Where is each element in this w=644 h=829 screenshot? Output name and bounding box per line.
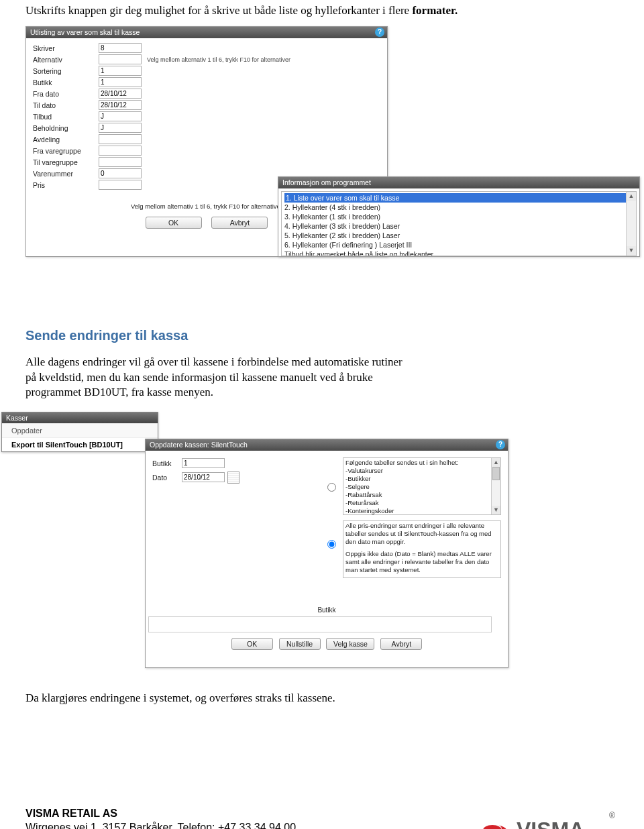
section-heading: Sende endringer til kassa [25,328,619,343]
list-footer: Tilbud blir avmerket både på liste og hy… [284,250,633,256]
dialog-title: Utlisting av varer som skal til kasse [30,28,140,36]
dialog-titlebar: Informasjon om programmet [278,177,639,188]
input-skriver[interactable] [99,43,142,53]
intro-text: Utskrifts knappen gir deg mulighet for å… [25,3,619,18]
info-line: -Rabattårsak [345,491,498,499]
info-list: 1. Liste over varer som skal til kasse 2… [281,191,637,256]
info-line: -Konteringskoder [345,507,498,515]
cancel-button[interactable]: Avbryt [211,217,268,229]
input-tilbud[interactable] [99,111,142,121]
input-sortering[interactable] [99,66,142,76]
scrollbar-vertical[interactable]: ▲▼ [491,458,500,514]
info-line: Følgende tabeller sendes ut i sin helhet… [345,459,498,467]
scroll-up-icon[interactable]: ▲ [627,192,636,201]
dialog-title: Informasjon om programmet [282,178,371,186]
input-beholdning[interactable] [99,123,142,133]
label-pris: Pris [33,181,99,189]
input-butikk[interactable] [182,458,225,468]
help-icon[interactable]: ? [375,27,384,37]
radio-changes[interactable] [327,540,336,549]
note-alternativ: Velg mellom alternativ 1 til 6, trykk F1… [147,56,290,63]
info-line: -Butikker [345,475,498,483]
label-tildato: Til dato [33,101,99,109]
scrollbar-vertical[interactable]: ▲ ▼ [626,192,636,256]
label-varenummer: Varenummer [33,170,99,178]
kasser-menu: Kasser Oppdater Export til SilentTouch [… [1,412,158,452]
dialog-titlebar: Oppdatere kassen: SilentTouch ? [146,439,508,451]
label-fravaregruppe: Fra varegruppe [33,147,99,155]
input-avdeling[interactable] [99,134,142,144]
scroll-down-icon[interactable]: ▼ [492,506,500,514]
avbryt-button[interactable]: Avbryt [380,638,422,650]
velg-kasse-button[interactable]: Velg kasse [326,638,374,650]
svg-text:®: ® [609,811,615,820]
input-butikk[interactable] [99,77,142,87]
status-input [148,616,492,632]
ok-button[interactable]: OK [231,638,273,650]
label-sortering: Sortering [33,67,99,75]
input-varenummer[interactable] [99,168,142,178]
label-alternativ: Alternativ [33,56,99,64]
center-label: Butikk [146,606,508,614]
list-item[interactable]: 6. Hyllekanter (Fri definering ) Laserje… [284,240,633,250]
input-fradato[interactable] [99,89,142,99]
dialog-titlebar: Utlisting av varer som skal til kasse ? [26,27,387,38]
info-line: Oppgis ikke dato (Dato = Blank) medtas A… [345,550,498,574]
label-butikk: Butikk [33,78,99,87]
menu-item-oppdater[interactable]: Oppdater [2,423,158,437]
input-dato[interactable] [182,472,225,482]
input-tilvaregruppe[interactable] [99,157,142,167]
update-kasse-dialog: Oppdatere kassen: SilentTouch ? Butikk D… [145,439,508,668]
info-line: Alle pris-endringer samt endringer i all… [345,522,498,546]
help-icon[interactable]: ? [496,440,505,449]
label-dato: Dato [152,474,182,482]
info-dialog: Informasjon om programmet 1. Liste over … [278,176,640,257]
scrollbar-thumb[interactable] [492,467,500,480]
input-alternativ[interactable] [99,54,142,64]
page-footer: VISMA RETAIL AS Wirgenes vei 1, 3157 Bar… [25,807,619,829]
list-item[interactable]: 4. Hyllekanter (3 stk i bredden) Laser [284,221,633,231]
label-avdeling: Avdeling [33,135,99,144]
input-pris[interactable] [99,180,142,190]
label-butikk: Butikk [152,459,182,467]
followup-text: Da klargjøres endringene i systemet, og … [25,691,415,706]
info-line: -Returårsak [345,499,498,507]
svg-text:VISMA: VISMA [517,818,584,829]
radio-full[interactable] [327,483,336,492]
info-line: -Valutakurser [345,467,498,475]
list-item[interactable]: 2. Hyllekanter (4 stk i bredden) [284,203,633,212]
visma-logo-icon: VISMA ® [478,809,632,829]
input-fravaregruppe[interactable] [99,146,142,156]
calendar-icon[interactable] [227,472,239,484]
label-skriver: Skriver [33,44,99,52]
list-item[interactable]: 5. Hyllekanter (2 stk i bredden) Laser [284,231,633,240]
label-tilbud: Tilbud [33,113,99,121]
menu-item-export[interactable]: Export til SilentTouch [BD10UT] [2,437,158,451]
changes-info-box: Alle pris-endringer samt endringer i all… [343,520,501,578]
label-fradato: Fra dato [33,90,99,98]
scroll-down-icon[interactable]: ▼ [627,246,636,256]
label-beholdning: Beholdning [33,124,99,132]
nullstille-button[interactable]: Nullstille [279,638,321,650]
menu-title: Kasser [2,412,158,423]
input-tildato[interactable] [99,100,142,110]
scroll-up-icon[interactable]: ▲ [492,458,500,467]
label-tilvaregruppe: Til varegruppe [33,158,99,166]
list-item[interactable]: 1. Liste over varer som skal til kasse [284,193,633,203]
info-line: -Selgere [345,483,498,491]
ok-button[interactable]: OK [146,217,202,229]
list-item[interactable]: 3. Hyllekanter (1 stk i bredden) [284,212,633,221]
tables-info-box: Følgende tabeller sendes ut i sin helhet… [343,457,501,515]
section-body: Alle dagens endringer vil gå over til ka… [25,355,415,400]
dialog-title: Oppdatere kassen: SilentTouch [150,441,248,449]
